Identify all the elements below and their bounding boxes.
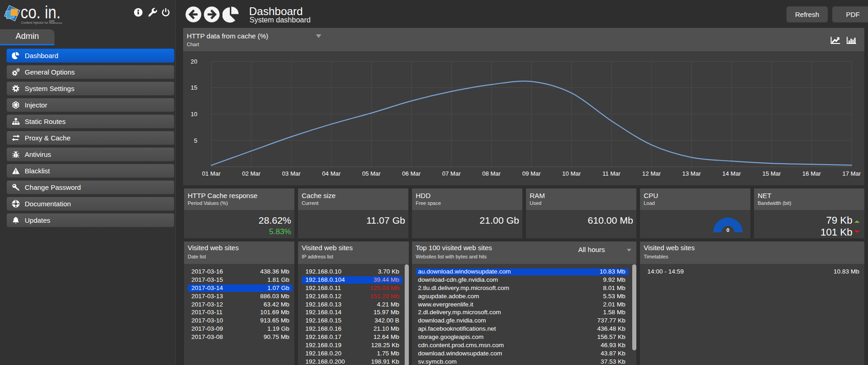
svg-text:5: 5	[194, 137, 197, 144]
svg-text:HTTP data from cache (%): HTTP data from cache (%)	[187, 32, 268, 40]
svg-text:08 Mar: 08 Mar	[482, 170, 501, 177]
svg-text:04 Mar: 04 Mar	[322, 170, 341, 177]
svg-text:10 Mar: 10 Mar	[562, 170, 581, 177]
svg-text:05 Mar: 05 Mar	[362, 170, 381, 177]
svg-text:0: 0	[727, 227, 729, 233]
svg-text:17 Mar: 17 Mar	[842, 170, 861, 177]
svg-text:15 Mar: 15 Mar	[762, 170, 781, 177]
svg-text:06 Mar: 06 Mar	[402, 170, 421, 177]
svg-text:07 Mar: 07 Mar	[442, 170, 461, 177]
svg-text:10: 10	[191, 111, 197, 118]
svg-text:11 Mar: 11 Mar	[602, 170, 621, 177]
svg-text:01 Mar: 01 Mar	[202, 170, 221, 177]
svg-text:14 Mar: 14 Mar	[722, 170, 741, 177]
svg-text:13 Mar: 13 Mar	[682, 170, 701, 177]
svg-text:Chart: Chart	[187, 42, 199, 47]
svg-text:15: 15	[191, 84, 197, 91]
svg-text:20: 20	[191, 58, 197, 65]
svg-text:12 Mar: 12 Mar	[642, 170, 661, 177]
svg-text:02 Mar: 02 Mar	[242, 170, 261, 177]
svg-text:16 Mar: 16 Mar	[803, 170, 821, 177]
svg-text:03 Mar: 03 Mar	[282, 170, 301, 177]
svg-text:09 Mar: 09 Mar	[522, 170, 541, 177]
